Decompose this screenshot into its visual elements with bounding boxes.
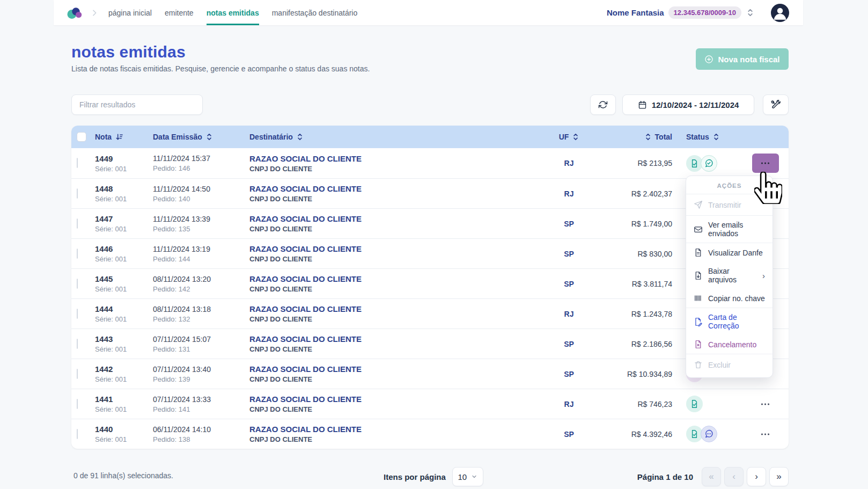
- table-row[interactable]: 1443 Série: 001 07/11/2024 15:07 Pedido:…: [71, 329, 789, 359]
- invoice-number: 1440: [95, 425, 153, 434]
- header-destinatario[interactable]: Destinatário: [249, 133, 525, 141]
- items-per-page: Itens por página 10: [384, 467, 483, 486]
- company-switcher-icon[interactable]: [747, 9, 754, 17]
- selection-count: 0 de 91 linha(s) selecionadas.: [73, 471, 173, 480]
- nav-item-página-inicial[interactable]: página inicial: [108, 0, 152, 25]
- row-actions-button[interactable]: [752, 395, 779, 414]
- total-value: R$ 1.749,00: [613, 220, 678, 228]
- order-number: Pedido: 144: [153, 255, 249, 263]
- app-logo-icon[interactable]: [67, 5, 83, 20]
- calendar-icon: [638, 100, 647, 110]
- menu-item-transmitir: Transmitir: [686, 194, 773, 215]
- row-checkbox[interactable]: [77, 369, 78, 379]
- barcode-icon: [694, 294, 703, 303]
- mail-icon: [694, 225, 703, 234]
- order-number: Pedido: 141: [153, 405, 249, 413]
- nav-item-manifestação-destinatário[interactable]: manifestação destinatário: [272, 0, 358, 25]
- sort-icon: [713, 133, 719, 141]
- row-checkbox[interactable]: [77, 309, 78, 319]
- row-checkbox[interactable]: [77, 249, 78, 259]
- header-total[interactable]: Total: [613, 133, 678, 141]
- table-row[interactable]: 1440 Série: 001 06/11/2024 14:10 Pedido:…: [71, 419, 789, 449]
- next-page-button[interactable]: ›: [747, 467, 766, 486]
- status-cell: [678, 426, 742, 442]
- table-row[interactable]: 1442 Série: 001 07/11/2024 13:40 Pedido:…: [71, 359, 789, 389]
- menu-item-ver-emails-enviados[interactable]: Ver emails enviados: [686, 216, 773, 243]
- row-checkbox[interactable]: [77, 188, 78, 199]
- row-checkbox[interactable]: [77, 279, 78, 289]
- issue-date: 07/11/2024 15:07: [153, 335, 249, 344]
- table-row[interactable]: 1441 Série: 001 07/11/2024 13:33 Pedido:…: [71, 389, 789, 419]
- menu-item-cancelamento[interactable]: Cancelamento: [686, 335, 773, 354]
- total-value: R$ 213,95: [613, 159, 678, 167]
- invoice-series: Série: 001: [95, 255, 153, 263]
- row-actions-button[interactable]: [752, 154, 779, 173]
- status-cell: [678, 155, 742, 172]
- issue-date: 06/11/2024 14:10: [153, 425, 249, 434]
- table-row[interactable]: 1448 Série: 001 11/11/2024 14:50 Pedido:…: [71, 178, 789, 208]
- table-row[interactable]: 1449 Série: 001 11/11/2024 15:37 Pedido:…: [71, 148, 789, 178]
- sort-icon: [645, 133, 651, 141]
- nav-items: página inicialemitentenotas emitidasmani…: [108, 0, 357, 25]
- total-value: R$ 3.811,74: [613, 280, 678, 288]
- search-input[interactable]: [71, 94, 203, 115]
- cnpj-badge[interactable]: 12.345.678/0009-10: [668, 6, 741, 19]
- items-per-page-select[interactable]: 10: [452, 467, 483, 486]
- issue-date: 08/11/2024 13:18: [153, 305, 249, 313]
- menu-item-visualizar-danfe[interactable]: Visualizar Danfe: [686, 243, 773, 262]
- menu-item-excluir: Excluir: [686, 354, 773, 375]
- invoice-series: Série: 001: [95, 285, 153, 293]
- invoice-series: Série: 001: [95, 405, 153, 413]
- total-value: R$ 2.186,56: [613, 340, 678, 348]
- select-all-checkbox[interactable]: [77, 132, 86, 142]
- total-value: R$ 1.243,78: [613, 310, 678, 318]
- uf-value: SP: [525, 250, 613, 258]
- uf-value: RJ: [525, 189, 613, 198]
- recipient-cnpj: CNPJ DO CLIENTE: [249, 225, 525, 233]
- header-status[interactable]: Status: [678, 133, 742, 141]
- invoice-series: Série: 001: [95, 225, 153, 233]
- last-page-button[interactable]: »: [769, 467, 789, 486]
- invoices-table: Nota Data Emissão Destinatário UF Total …: [71, 126, 789, 449]
- refresh-button[interactable]: [590, 94, 616, 115]
- order-number: Pedido: 139: [153, 375, 249, 383]
- recipient-cnpj: CNPJ DO CLIENTE: [249, 345, 525, 353]
- menu-item-copiar-no-chave[interactable]: Copiar no. chave: [686, 289, 773, 308]
- issue-date: 11/11/2024 15:37: [153, 154, 249, 163]
- first-page-button: «: [702, 467, 721, 486]
- new-invoice-button[interactable]: Nova nota fiscal: [696, 48, 789, 70]
- issue-date: 07/11/2024 13:40: [153, 365, 249, 374]
- row-checkbox[interactable]: [77, 158, 78, 168]
- doc-check-icon: [686, 396, 703, 412]
- user-avatar[interactable]: [771, 4, 789, 22]
- uf-value: SP: [525, 340, 613, 348]
- table-row[interactable]: 1446 Série: 001 11/11/2024 13:19 Pedido:…: [71, 238, 789, 268]
- row-checkbox[interactable]: [77, 399, 78, 409]
- invoice-series: Série: 001: [95, 315, 153, 323]
- row-checkbox[interactable]: [77, 218, 78, 229]
- invoice-number: 1442: [95, 364, 153, 374]
- nav-item-notas-emitidas[interactable]: notas emitidas: [207, 0, 259, 25]
- table-row[interactable]: 1447 Série: 001 11/11/2024 13:39 Pedido:…: [71, 208, 789, 238]
- actions-menu-title: AÇÕES: [686, 178, 773, 194]
- uf-value: RJ: [525, 159, 613, 167]
- menu-item-baixar-arquivos[interactable]: Baixar arquivos ›: [686, 262, 773, 289]
- table-row[interactable]: 1445 Série: 001 08/11/2024 13:20 Pedido:…: [71, 268, 789, 298]
- order-number: Pedido: 146: [153, 164, 249, 172]
- chevron-down-icon: [471, 473, 477, 480]
- invoice-number: 1447: [95, 214, 153, 223]
- actions-menu: AÇÕES Transmitir Ver emails enviados Vis…: [686, 176, 773, 378]
- table-settings-button[interactable]: [763, 94, 789, 115]
- table-row[interactable]: 1444 Série: 001 08/11/2024 13:18 Pedido:…: [71, 298, 789, 329]
- nav-item-emitente[interactable]: emitente: [165, 0, 194, 25]
- header-uf[interactable]: UF: [525, 133, 613, 141]
- menu-item-carta-de-corre-o[interactable]: Carta de Correção: [686, 308, 773, 335]
- header-nota[interactable]: Nota: [95, 133, 153, 141]
- sort-icon: [572, 133, 579, 141]
- date-range-button[interactable]: 12/10/2024 - 12/11/2024: [622, 94, 754, 115]
- header-data-emissao[interactable]: Data Emissão: [153, 133, 249, 141]
- company-name[interactable]: Nome Fantasia: [607, 8, 664, 17]
- row-checkbox[interactable]: [77, 429, 78, 439]
- row-actions-button[interactable]: [752, 425, 779, 444]
- row-checkbox[interactable]: [77, 339, 78, 349]
